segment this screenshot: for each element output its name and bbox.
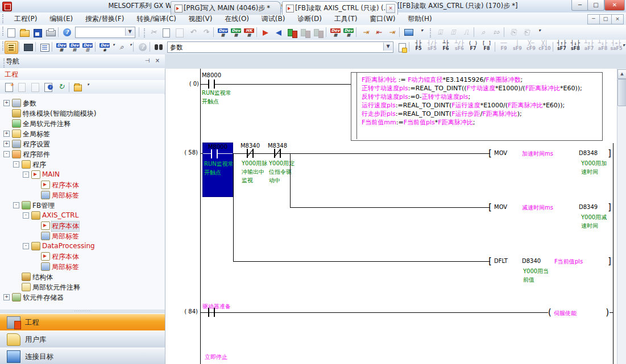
ladder-falling-branch-button[interactable]: ┴↓├aF8 [596, 40, 610, 53]
transfer-setup-icon[interactable]: ⇥ [359, 26, 372, 39]
write-to-plc-icon[interactable] [259, 26, 273, 39]
verify-3-icon[interactable] [312, 26, 325, 39]
nav-close-icon[interactable]: × [152, 56, 163, 66]
function-list-icon[interactable] [38, 41, 52, 54]
verify-with-plc-icon[interactable] [285, 26, 299, 39]
editor-vscrollbar[interactable] [617, 69, 626, 364]
menu-find-replace[interactable]: 搜索/替换(F) [80, 12, 129, 26]
device-test-icon[interactable]: HK▦ [242, 26, 256, 39]
sampling-2-icon[interactable]: ⎗ [520, 26, 533, 39]
print-icon[interactable] [44, 26, 57, 39]
open-project-icon[interactable] [18, 26, 31, 39]
toolbar2-overflow-icon[interactable]: ▾ [533, 26, 546, 39]
ladder-open-branch-button[interactable]: ┴├F6 [439, 40, 453, 53]
find-step-icon[interactable]: ⌕ [476, 26, 490, 39]
device-comment: 速时间 [581, 168, 598, 176]
verify-2-icon[interactable] [299, 26, 312, 39]
device-comment-icon[interactable]: Dev▦ [55, 41, 68, 54]
selected-cell[interactable]: M8000 RUN监视常 开触点 [202, 143, 233, 197]
param-combo-value: 参数 [170, 43, 183, 52]
nav-view-project-button[interactable]: 工程 [0, 313, 165, 331]
paste-icon[interactable] [173, 26, 186, 39]
scrollbar-thumb[interactable] [617, 79, 626, 106]
ladder-del-vline-button[interactable]: ╳│cF10 [538, 40, 552, 53]
nav-view-user-library-button[interactable]: 用户库 [0, 330, 165, 348]
device-comment: 速时间 [581, 222, 598, 230]
menu-help[interactable]: 帮助(H) [403, 12, 437, 26]
pin-icon[interactable]: ⊣ [142, 56, 152, 66]
read-from-plc-icon[interactable] [272, 26, 286, 39]
ladder-toolbar-overflow-icon[interactable]: ▾ [621, 41, 626, 54]
start-monitor-icon[interactable]: Dev▦ [329, 26, 342, 39]
tab-main-program[interactable]: [PRG]写入 MAIN (4046)步 * [171, 1, 281, 15]
transfer-other-icon[interactable]: ⇥ [385, 26, 399, 39]
skip-icon[interactable]: ⇰ [490, 26, 503, 39]
nav-new-icon[interactable]: + [2, 81, 16, 94]
menu-project[interactable]: 工程(P) [9, 12, 43, 26]
tab-axis-ctrl-fb[interactable]: [FB]读取 AXIS_CTRL (只读) (... × [282, 1, 398, 15]
ladder-close-branch-button[interactable]: ┴/├sF6 [453, 40, 466, 53]
device-batch-icon[interactable]: Dev▥ [81, 41, 94, 54]
inline-st-block[interactable]: F距离脉冲比 := F动力辊直径*E3.1415926/F单圈脉冲数; 正转寸动… [351, 72, 603, 141]
mdi-restore-button[interactable]: □ [599, 14, 612, 24]
toolbar-standard: ? ▼ ✂ ↶ ↷ Dev▦ Dev▦ HK▦ Dev▦ Dev▦ ⇥ ⇤ ⇥ … [0, 25, 626, 40]
ladder-test-1-icon[interactable]: ⍗ [433, 26, 447, 39]
toolbar-overflow-icon[interactable]: ▾ [415, 26, 429, 39]
branch-wire [290, 153, 291, 207]
device-monitor-icon[interactable]: Dev▦ [229, 26, 243, 39]
ladder-instruction-button[interactable]: [ ]F8 [480, 40, 494, 53]
save-project-icon[interactable] [31, 26, 44, 39]
remote-operation-icon[interactable]: ⇤ [372, 26, 385, 39]
tab-close-icon[interactable]: × [386, 4, 395, 13]
ladder-del-hline-button[interactable]: ╳─cF9 [524, 40, 538, 53]
device-watch-icon[interactable]: Dev◉▾ [98, 41, 115, 54]
menu-edit[interactable]: 编辑(E) [44, 12, 78, 26]
find-icon[interactable] [152, 41, 166, 54]
ladder-open-contact-button[interactable]: ┤├F5 [412, 40, 425, 53]
nav-view-connection-button[interactable]: 连接目标 [0, 348, 165, 364]
ladder-hline-button[interactable]: ──F9 [497, 40, 511, 53]
ladder-falling-pulse-button[interactable]: ┤↓├sF8 [569, 40, 582, 53]
redo-icon[interactable]: ↷ [199, 26, 213, 39]
nav-copy-icon[interactable] [15, 81, 29, 94]
sampling-1-icon[interactable]: ⎘ [507, 26, 520, 39]
device-list-icon[interactable]: Dev▤ [68, 41, 81, 54]
param-combo[interactable]: 参数▼ [167, 41, 393, 53]
navigation-window-icon[interactable] [5, 41, 18, 54]
nav-splitter[interactable]: ········· [0, 309, 165, 313]
cut-icon[interactable]: ✂ [147, 26, 160, 39]
ladder-vline-button[interactable]: │sF9 [511, 40, 524, 53]
undo-icon[interactable]: ↶ [186, 26, 200, 39]
window-combo[interactable]: ▼ [75, 27, 135, 38]
device-display-icon[interactable]: Dev▦ [216, 26, 230, 39]
monitor-mode-icon[interactable] [402, 26, 416, 39]
device-comment: Y000用定 [269, 160, 295, 168]
ladder-close-contact-button[interactable]: ┤/├sF5 [425, 40, 439, 53]
nav-refresh-icon[interactable]: ↻ [55, 81, 68, 94]
scroll-up-icon[interactable]: ▲ [617, 69, 626, 79]
nav-property-icon[interactable]: i [42, 81, 55, 94]
ladder-rising-pulse-button[interactable]: ┤↑├sF7 [555, 40, 569, 53]
nav-sort-icon[interactable]: ▾ [72, 81, 90, 94]
nav-paste-icon[interactable] [28, 81, 42, 94]
stop-monitor-icon[interactable]: Dev▦ [342, 26, 355, 39]
help-icon[interactable]: ? [60, 26, 74, 39]
find-device-icon[interactable]: ⌕▾ [115, 41, 132, 54]
device-comment: Y000用减 [581, 214, 607, 221]
help2-icon[interactable]: ? [136, 41, 150, 54]
ladder-coil-button[interactable]: ( )F7 [466, 40, 480, 53]
mdi-minimize-button[interactable]: ─ [587, 14, 600, 24]
copy-icon[interactable] [160, 26, 173, 39]
intelligent-module-icon[interactable] [22, 41, 35, 54]
minimize-button[interactable]: ─ [571, 0, 588, 11]
ladder-rising-branch-button[interactable]: ┴↑├aF7 [582, 40, 596, 53]
new-project-icon[interactable] [5, 26, 18, 39]
ladder-test-3-icon[interactable]: ⎍ [459, 26, 473, 39]
doc-find-icon[interactable] [396, 41, 409, 54]
connection-icon [7, 350, 20, 363]
ladder-test-2-icon[interactable]: ⍐ [446, 26, 460, 39]
close-button[interactable]: ✕ [604, 0, 625, 11]
maximize-button[interactable]: □ [587, 0, 604, 11]
mdi-close-button[interactable]: × [611, 14, 624, 24]
branch-wire [233, 261, 490, 262]
